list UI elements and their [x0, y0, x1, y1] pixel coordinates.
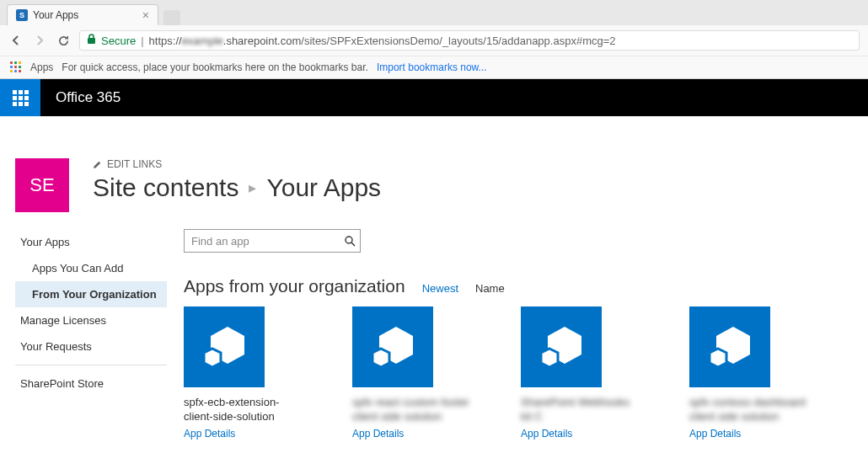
close-icon[interactable]: × — [142, 8, 149, 22]
reload-button[interactable] — [56, 33, 71, 48]
app-launcher-button[interactable] — [0, 79, 40, 116]
svg-point-1 — [346, 237, 352, 243]
sidebar-item-from-your-organization[interactable]: From Your Organization — [15, 281, 167, 307]
breadcrumb-current: Your Apps — [266, 173, 381, 202]
app-details-link[interactable]: App Details — [521, 428, 639, 440]
o365-label[interactable]: Office 365 — [56, 89, 121, 106]
app-tile[interactable]: spfx contoso dashboard client side solut… — [689, 306, 807, 440]
search-icon — [344, 235, 356, 247]
url-separator: | — [141, 35, 143, 47]
page-header: SE EDIT LINKS Site contents ▸ Your Apps — [0, 158, 868, 229]
app-tile[interactable]: spfx-ecb-extension-client-side-solutionA… — [184, 306, 302, 440]
import-bookmarks-link[interactable]: Import bookmarks now... — [377, 61, 487, 73]
app-package-icon — [184, 306, 265, 387]
sidebar-item-your-apps[interactable]: Your Apps — [15, 229, 167, 255]
svg-marker-6 — [372, 349, 389, 367]
svg-marker-8 — [541, 349, 558, 367]
svg-rect-0 — [88, 38, 95, 44]
app-name: spfx react custom footer client side sol… — [352, 396, 470, 424]
app-tile[interactable]: SharePoint Webhooks kit CApp Details — [521, 306, 639, 440]
app-name: spfx contoso dashboard client side solut… — [689, 396, 807, 424]
divider — [15, 365, 167, 365]
main-content: Apps from your organization Newest Name … — [184, 229, 853, 440]
browser-chrome: S Your Apps × Secure | https://example.s… — [0, 0, 868, 79]
apps-grid-icon[interactable] — [10, 61, 22, 73]
app-tile[interactable]: spfx react custom footer client side sol… — [352, 306, 470, 440]
lock-icon — [87, 34, 96, 47]
svg-marker-4 — [204, 349, 221, 367]
app-package-icon — [521, 306, 602, 387]
app-name: spfx-ecb-extension-client-side-solution — [184, 396, 302, 424]
bookmark-hint: For quick access, place your bookmarks h… — [62, 61, 368, 73]
svg-marker-10 — [710, 349, 726, 367]
site-logo[interactable]: SE — [15, 158, 69, 212]
bookmark-bar: Apps For quick access, place your bookma… — [0, 56, 868, 78]
address-bar: Secure | https://example.sharepoint.com/… — [0, 25, 868, 56]
waffle-icon — [13, 90, 29, 106]
sidebar-item-apps-you-can-add[interactable]: Apps You Can Add — [15, 255, 167, 281]
app-package-icon — [352, 306, 433, 387]
chevron-right-icon: ▸ — [249, 179, 256, 197]
back-button[interactable] — [8, 33, 24, 48]
app-details-link[interactable]: App Details — [352, 428, 470, 440]
sidebar-item-sharepoint-store[interactable]: SharePoint Store — [15, 370, 167, 397]
breadcrumb: Site contents ▸ Your Apps — [93, 173, 853, 202]
svg-line-2 — [351, 242, 355, 246]
section-header: Apps from your organization Newest Name — [184, 276, 853, 296]
tab-title: Your Apps — [33, 9, 78, 21]
sort-newest-link[interactable]: Newest — [422, 282, 458, 295]
app-grid: spfx-ecb-extension-client-side-solutionA… — [184, 306, 853, 440]
search-box — [184, 229, 361, 253]
app-details-link[interactable]: App Details — [689, 428, 807, 440]
sidebar-item-manage-licenses[interactable]: Manage Licenses — [15, 307, 167, 333]
o365-header: Office 365 — [0, 79, 868, 116]
section-title: Apps from your organization — [184, 276, 405, 296]
sidebar-item-your-requests[interactable]: Your Requests — [15, 333, 167, 360]
pencil-icon — [93, 160, 102, 169]
sort-name-link[interactable]: Name — [475, 282, 505, 295]
apps-label[interactable]: Apps — [30, 61, 53, 73]
edit-links-button[interactable]: EDIT LINKS — [93, 158, 853, 170]
tab-bar: S Your Apps × — [0, 0, 868, 25]
app-details-link[interactable]: App Details — [184, 428, 302, 440]
search-input[interactable] — [185, 232, 340, 251]
search-button[interactable] — [340, 235, 360, 247]
app-name: SharePoint Webhooks kit C — [521, 396, 639, 424]
url-text: https://example.sharepoint.com/sites/SPF… — [149, 35, 616, 47]
browser-tab[interactable]: S Your Apps × — [7, 4, 158, 25]
new-tab-button[interactable] — [163, 10, 180, 25]
sidebar: Your Apps Apps You Can Add From Your Org… — [15, 229, 167, 440]
breadcrumb-parent[interactable]: Site contents — [93, 173, 238, 202]
app-package-icon — [689, 306, 770, 387]
secure-label: Secure — [101, 35, 136, 47]
sharepoint-favicon-icon: S — [16, 9, 28, 21]
forward-button[interactable] — [32, 33, 47, 48]
url-input[interactable]: Secure | https://example.sharepoint.com/… — [79, 30, 860, 51]
